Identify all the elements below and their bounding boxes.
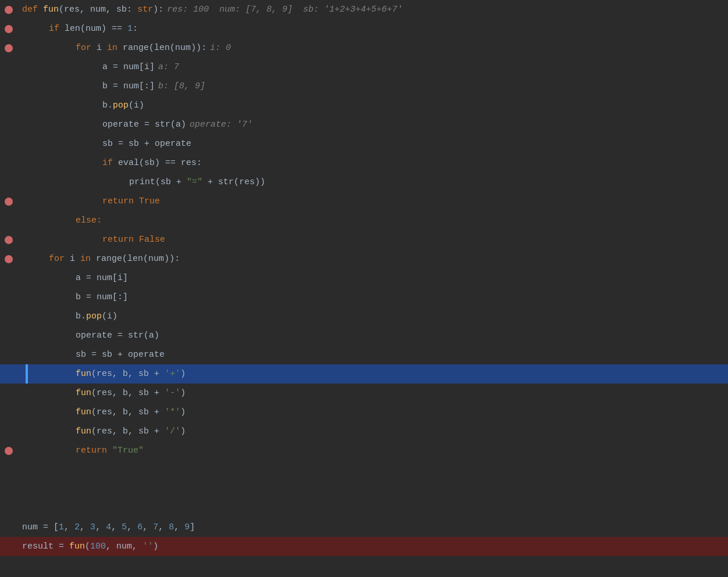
code-line-27 xyxy=(0,499,728,518)
gutter-19 xyxy=(0,351,17,359)
code-line-28: num = [1, 2, 3, 4, 5, 6, 7, 8, 9] xyxy=(0,518,728,537)
code-line-24: return "True" xyxy=(0,441,728,460)
code-line-11: return True xyxy=(0,192,728,211)
gutter-24 xyxy=(0,447,17,455)
code-line-1: def fun(res, num, sb: str):res: 100 num:… xyxy=(0,0,728,19)
line-content-6: b.pop(i) xyxy=(17,96,728,115)
code-line-25 xyxy=(0,460,728,479)
code-line-10: print(sb + "=" + str(res)) xyxy=(0,173,728,192)
code-line-18: operate = str(a) xyxy=(0,326,728,345)
gutter-28 xyxy=(0,524,17,532)
gutter-20 xyxy=(0,370,17,378)
line-content-2: if len(num) == 1: xyxy=(17,19,728,38)
code-line-13: return False xyxy=(0,230,728,249)
line-content-23: fun(res, b, sb + '/') xyxy=(17,422,728,441)
code-line-17: b.pop(i) xyxy=(0,307,728,326)
keyword-return: return xyxy=(102,192,139,211)
gutter-23 xyxy=(0,428,17,436)
line-content-5: b = num[:]b: [8, 9] xyxy=(17,77,728,96)
bool-true: True xyxy=(139,192,160,211)
gutter-17 xyxy=(0,313,17,321)
current-line-indicator xyxy=(26,364,28,384)
gutter-6 xyxy=(0,102,17,110)
breakpoint-3[interactable] xyxy=(5,44,13,52)
line-content-8: sb = sb + operate xyxy=(17,134,728,153)
gutter-21 xyxy=(0,389,17,397)
code-editor: def fun(res, num, sb: str):res: 100 num:… xyxy=(0,0,728,577)
gutter-5 xyxy=(0,83,17,91)
debug-7: operate: '7' xyxy=(190,115,252,134)
gutter-10 xyxy=(0,178,17,187)
line-content-15: a = num[i] xyxy=(17,268,728,288)
code-line-21: fun(res, b, sb + '-') xyxy=(0,384,728,403)
line-content-20: fun(res, b, sb + '+') xyxy=(17,364,728,384)
gutter-7 xyxy=(0,121,17,129)
breakpoint-14[interactable] xyxy=(5,255,13,263)
debug-4: a: 7 xyxy=(158,58,179,77)
code-line-3: for i in range(len(num)):i: 0 xyxy=(0,38,728,58)
line-content-22: fun(res, b, sb + '*') xyxy=(17,403,728,422)
gutter-3 xyxy=(0,44,17,52)
gutter-25 xyxy=(0,466,17,474)
code-line-26 xyxy=(0,479,728,499)
gutter-8 xyxy=(0,140,17,148)
line-content-4: a = num[i]a: 7 xyxy=(17,58,728,77)
breakpoint-13[interactable] xyxy=(5,236,13,244)
breakpoint-24[interactable] xyxy=(5,447,13,455)
line-content-13: return False xyxy=(17,230,728,249)
gutter-11 xyxy=(0,198,17,206)
line-content-18: operate = str(a) xyxy=(17,326,728,345)
gutter-14 xyxy=(0,255,17,263)
line-content-10: print(sb + "=" + str(res)) xyxy=(17,173,728,192)
code-line-19: sb = sb + operate xyxy=(0,345,728,364)
line-content-9: if eval(sb) == res: xyxy=(17,153,728,173)
gutter-18 xyxy=(0,332,17,340)
gutter-16 xyxy=(0,293,17,302)
line-content-14: for i in range(len(num)): xyxy=(17,249,728,268)
line-content-24: return "True" xyxy=(17,441,728,460)
code-line-2: if len(num) == 1: xyxy=(0,19,728,38)
gutter-1 xyxy=(0,6,17,14)
code-line-29: result = fun(100, num, '') xyxy=(0,537,728,556)
line-content-29: result = fun(100, num, '') xyxy=(17,537,728,556)
code-line-20: fun(res, b, sb + '+') xyxy=(0,364,728,384)
code-line-23: fun(res, b, sb + '/') xyxy=(0,422,728,441)
gutter-22 xyxy=(0,408,17,417)
gutter-29 xyxy=(0,543,17,551)
gutter-15 xyxy=(0,274,17,282)
code-line-22: fun(res, b, sb + '*') xyxy=(0,403,728,422)
breakpoint-2[interactable] xyxy=(5,25,13,33)
code-line-8: sb = sb + operate xyxy=(0,134,728,153)
gutter-4 xyxy=(0,63,17,71)
func-name: fun xyxy=(43,0,59,19)
gutter-9 xyxy=(0,159,17,167)
code-line-12: else: xyxy=(0,211,728,230)
gutter-27 xyxy=(0,504,17,513)
debug-1: res: 100 num: [7, 8, 9] sb: '1+2+3+4+5+6… xyxy=(167,0,402,19)
keyword-def: def xyxy=(22,0,43,19)
code-line-15: a = num[i] xyxy=(0,268,728,288)
code-line-4: a = num[i]a: 7 xyxy=(0,58,728,77)
line-content-17: b.pop(i) xyxy=(17,307,728,326)
code-line-5: b = num[:]b: [8, 9] xyxy=(0,77,728,96)
line-content-11: return True xyxy=(17,192,728,211)
breakpoint-11[interactable] xyxy=(5,198,13,206)
code-line-16: b = num[:] xyxy=(0,288,728,307)
line-content-21: fun(res, b, sb + '-') xyxy=(17,384,728,403)
gutter-26 xyxy=(0,485,17,493)
debug-5: b: [8, 9] xyxy=(158,77,205,96)
gutter-13 xyxy=(0,236,17,244)
gutter-12 xyxy=(0,217,17,225)
line-content-1: def fun(res, num, sb: str):res: 100 num:… xyxy=(17,0,728,19)
code-line-6: b.pop(i) xyxy=(0,96,728,115)
line-content-12: else: xyxy=(17,211,728,230)
code-line-14: for i in range(len(num)): xyxy=(0,249,728,268)
gutter-2 xyxy=(0,25,17,33)
line-content-3: for i in range(len(num)):i: 0 xyxy=(17,38,728,58)
line-content-19: sb = sb + operate xyxy=(17,345,728,364)
debug-3: i: 0 xyxy=(210,38,231,58)
breakpoint-1[interactable] xyxy=(5,6,13,14)
code-line-9: if eval(sb) == res: xyxy=(0,153,728,173)
line-content-7: operate = str(a)operate: '7' xyxy=(17,115,728,134)
line-content-16: b = num[:] xyxy=(17,288,728,307)
